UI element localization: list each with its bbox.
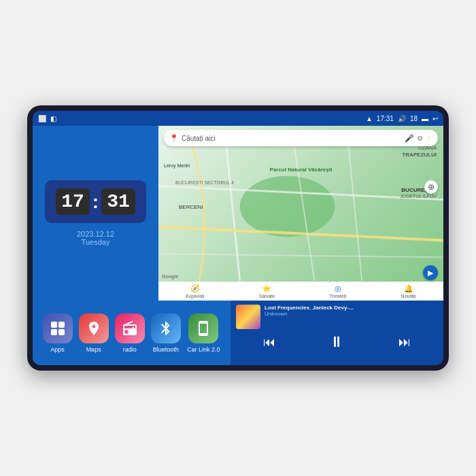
map-label-ilfov: JUDEȚUL ILFOV (401, 194, 437, 199)
main-content: 17 : 31 2023.12.12 Tuesday (33, 126, 443, 365)
explore-label: Explorați (186, 294, 204, 299)
map-compass-button[interactable]: ⊕ (424, 180, 438, 194)
clock-hour: 17 (56, 188, 90, 215)
signal-icon: ▲ (366, 115, 373, 122)
music-title: Lost Frequencies_Janieck Devy-... (265, 305, 370, 311)
music-controls: ⏮ ⏸ ⏭ (236, 333, 438, 351)
svg-rect-9 (51, 329, 57, 335)
search-pin-icon: 📍 (169, 134, 179, 143)
play-pause-button[interactable]: ⏸ (329, 333, 344, 351)
car-head-unit: ⬜ ◧ ▲ 17:31 🔊 18 ▬ ↩ 17 : 31 (27, 105, 449, 371)
carlink-label: Car Link 2.0 (187, 346, 220, 353)
bottom-section: Apps Maps (33, 301, 443, 365)
music-player: Lost Frequencies_Janieck Devy-... Unknow… (230, 301, 443, 365)
map-saved-tab[interactable]: ⭐ Salvate (259, 284, 275, 299)
maps-label: Maps (86, 346, 101, 353)
left-panel: 17 : 31 2023.12.12 Tuesday (33, 126, 158, 301)
map-explore-tab[interactable]: 🧭 Explorați (186, 284, 204, 299)
bluetooth-icon (151, 313, 181, 343)
top-section: 17 : 31 2023.12.12 Tuesday (33, 126, 443, 301)
map-search-bar[interactable]: 📍 Căutați aici 🎤 ⚙ ⋮ (164, 130, 438, 146)
search-input[interactable]: Căutați aici (182, 135, 402, 142)
svg-rect-10 (58, 329, 65, 335)
date-text: 2023.12.12 (77, 230, 114, 238)
map-label-leroy: Leroy Merlin (164, 163, 190, 168)
clock-minute: 31 (101, 188, 135, 215)
svg-line-5 (348, 146, 362, 282)
map-label-trapezului: TRAPEZULUI (402, 152, 437, 158)
apps-icon (43, 313, 73, 343)
explore-icon: 🧭 (190, 284, 200, 293)
app-item-radio[interactable]: radio (115, 313, 145, 353)
svg-line-2 (226, 146, 240, 282)
status-bar: ⬜ ◧ ▲ 17:31 🔊 18 ▬ ↩ (33, 111, 443, 126)
map-navigate-button[interactable]: ▶ (423, 265, 438, 280)
send-icon: ◎ (335, 284, 341, 293)
map-label-parcul: Parcul Natural Văcărești (269, 167, 332, 173)
radio-label: radio (123, 346, 137, 353)
screen: ⬜ ◧ ▲ 17:31 🔊 18 ▬ ↩ 17 : 31 (33, 111, 443, 365)
clock-status: 17:31 (377, 115, 394, 122)
map-bottom-bar: 🧭 Explorați ⭐ Salvate ◎ Trimiteți (158, 282, 443, 301)
app-item-apps[interactable]: Apps (43, 313, 73, 353)
saved-icon: ⭐ (262, 284, 271, 293)
date-info: 2023.12.12 Tuesday (77, 230, 114, 246)
google-logo: Google (162, 274, 178, 279)
app-item-bluetooth[interactable]: Bluetooth (151, 313, 181, 353)
apps-grid: Apps Maps (33, 301, 230, 365)
search-mic-icon[interactable]: 🎤 (405, 134, 414, 143)
send-label: Trimiteți (330, 294, 347, 299)
maps-icon (79, 313, 109, 343)
saved-label: Salvate (259, 294, 275, 299)
prev-button[interactable]: ⏮ (263, 335, 275, 350)
music-details: Lost Frequencies_Janieck Devy-... Unknow… (265, 305, 438, 317)
day-text: Tuesday (77, 238, 114, 246)
home-icon[interactable]: ⬜ (38, 115, 46, 122)
battery-icon: ▬ (422, 115, 428, 122)
map-roads-svg (158, 126, 443, 301)
carlink-icon (188, 313, 218, 343)
status-left: ⬜ ◧ (38, 115, 56, 122)
music-info: Lost Frequencies_Janieck Devy-... Unknow… (236, 305, 438, 329)
map-area[interactable]: 📍 Căutați aici 🎤 ⚙ ⋮ UZANA TRAPEZULUI Pa… (158, 126, 443, 301)
svg-point-0 (240, 176, 335, 237)
search-gear-icon[interactable]: ⚙ (417, 135, 423, 142)
search-dots-icon[interactable]: ⋮ (426, 135, 432, 142)
news-icon: 🔔 (404, 284, 413, 293)
map-label-uzana: UZANA (418, 145, 437, 151)
map-news-tab[interactable]: 🔔 Noutăți (401, 284, 416, 299)
news-label: Noutăți (401, 294, 416, 299)
next-button[interactable]: ⏭ (398, 335, 411, 350)
svg-line-3 (158, 226, 443, 240)
svg-rect-8 (58, 322, 65, 328)
radio-icon (115, 313, 145, 343)
music-artist: Unknown (265, 311, 438, 317)
clock-widget: 17 : 31 (45, 180, 146, 223)
app-item-carlink[interactable]: Car Link 2.0 (187, 313, 220, 353)
map-label-berceni: BERCENI (179, 204, 203, 210)
app-item-maps[interactable]: Maps (79, 313, 109, 353)
clock-colon: : (92, 191, 99, 213)
svg-rect-7 (51, 322, 57, 328)
back-icon[interactable]: ↩ (432, 115, 438, 122)
map-send-tab[interactable]: ◎ Trimiteți (330, 284, 347, 299)
map-label-sector4: BUCUREȘTI SECTORUL 4 (175, 180, 234, 185)
status-right: ▲ 17:31 🔊 18 ▬ ↩ (366, 115, 438, 122)
nav-icon[interactable]: ◧ (50, 115, 56, 122)
bluetooth-label: Bluetooth (153, 346, 179, 353)
svg-line-4 (294, 146, 315, 282)
volume-icon: 🔊 (398, 115, 406, 122)
battery-level: 18 (410, 115, 418, 122)
music-thumbnail (236, 305, 260, 329)
apps-label: Apps (50, 346, 65, 353)
svg-line-6 (158, 254, 443, 257)
map-background: 📍 Căutați aici 🎤 ⚙ ⋮ UZANA TRAPEZULUI Pa… (158, 126, 443, 301)
